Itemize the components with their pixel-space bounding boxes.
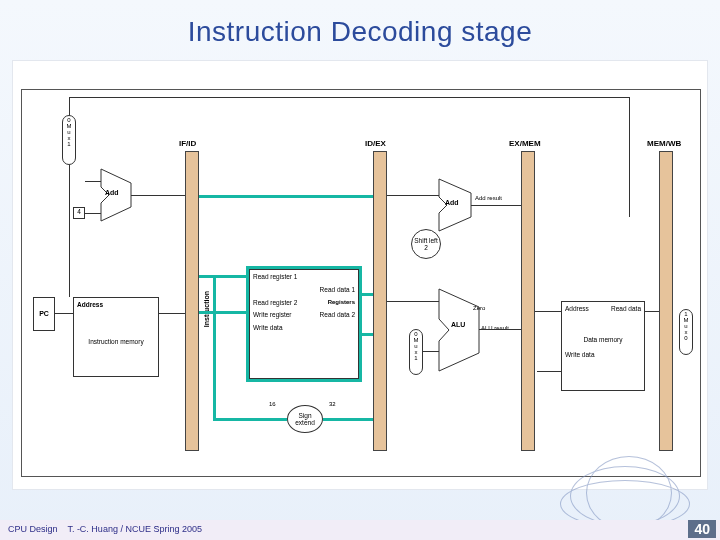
highlight-wire xyxy=(199,275,249,278)
page-number: 40 xyxy=(688,520,716,538)
wire xyxy=(131,195,185,196)
ex-add-label: Add xyxy=(445,199,459,206)
write-reg: Write register xyxy=(253,311,292,318)
pipeline-reg-idex xyxy=(373,151,387,451)
register-file: Read register 1 Read data 1 Read registe… xyxy=(249,269,359,379)
exmem-label: EX/MEM xyxy=(509,139,541,148)
read-reg2: Read register 2 xyxy=(253,299,297,306)
sign-in-bits: 16 xyxy=(269,401,276,407)
pipeline-reg-exmem xyxy=(521,151,535,451)
wire xyxy=(55,313,73,314)
wire xyxy=(423,351,439,352)
shl2-label: Shift left 2 xyxy=(414,237,438,251)
wire xyxy=(479,329,521,330)
mux1-mid: M u x xyxy=(410,337,422,355)
highlight-wire xyxy=(199,195,373,198)
sign-extend: Sign extend xyxy=(287,405,323,433)
wire xyxy=(69,165,70,297)
wire xyxy=(85,213,101,214)
wire xyxy=(535,311,561,312)
slide-footer: CPU Design T. -C. Huang / NCUE Spring 20… xyxy=(0,520,720,540)
shift-left-2: Shift left 2 xyxy=(411,229,441,259)
if-add-label: Add xyxy=(105,189,119,196)
mux-writeback: 1 M u x 0 xyxy=(679,309,693,355)
highlight-wire xyxy=(359,333,373,336)
memwb-label: MEM/WB xyxy=(647,139,681,148)
dmem-write-data: Write data xyxy=(565,351,595,358)
write-data-reg: Write data xyxy=(253,324,283,331)
data-memory: Address Read data Data memory Write data xyxy=(561,301,645,391)
wire xyxy=(85,181,101,182)
highlight-wire xyxy=(199,311,249,314)
wire xyxy=(645,311,659,312)
wire xyxy=(387,301,439,302)
dmem-name: Data memory xyxy=(565,336,641,343)
const-4: 4 xyxy=(73,207,85,219)
wire xyxy=(387,195,439,196)
footer-mid: T. -C. Huang / NCUE Spring 2005 xyxy=(67,524,202,534)
footer-left: CPU Design xyxy=(8,524,58,534)
read-data2: Read data 2 xyxy=(320,311,355,318)
read-data1: Read data 1 xyxy=(320,286,355,293)
zero-label: Zero xyxy=(473,305,485,311)
mux2-mid: M u x xyxy=(680,317,692,335)
diagram-canvas: 0 M u x 1 PC Add 4 Address Instruction m… xyxy=(12,60,708,490)
imem-name: Instruction memory xyxy=(77,338,155,345)
read-reg1: Read register 1 xyxy=(253,273,297,280)
sign-out-bits: 32 xyxy=(329,401,336,407)
alu-label: ALU xyxy=(451,321,465,328)
pipeline-reg-ifid xyxy=(185,151,199,451)
mux1-1: 1 xyxy=(410,355,422,361)
imem-addr-label: Address xyxy=(77,301,155,308)
pipeline-reg-memwb xyxy=(659,151,673,451)
mux-alu-src: 0 M u x 1 xyxy=(409,329,423,375)
wire xyxy=(471,205,521,206)
sign-extend-label: Sign extend xyxy=(290,412,320,426)
wire xyxy=(537,371,561,372)
ifid-label: IF/ID xyxy=(179,139,196,148)
dmem-read-data: Read data xyxy=(611,305,641,312)
add-result-label: Add result xyxy=(475,195,503,201)
highlight-wire xyxy=(213,275,216,421)
svg-marker-2 xyxy=(439,289,479,371)
shapes-layer xyxy=(13,61,709,491)
alu-result-label: ALU result xyxy=(481,325,509,331)
idex-label: ID/EX xyxy=(365,139,386,148)
wire xyxy=(159,313,185,314)
slide-title: Instruction Decoding stage xyxy=(0,0,720,48)
dmem-addr: Address xyxy=(565,305,589,312)
highlight-wire xyxy=(359,293,373,296)
registers-title: Registers xyxy=(328,299,355,306)
highlight-wire xyxy=(213,418,287,421)
highlight-wire xyxy=(323,418,373,421)
instruction-memory: Address Instruction memory xyxy=(73,297,159,377)
mux2-0: 0 xyxy=(680,335,692,341)
instruction-bus-label: Instruction xyxy=(203,291,210,327)
